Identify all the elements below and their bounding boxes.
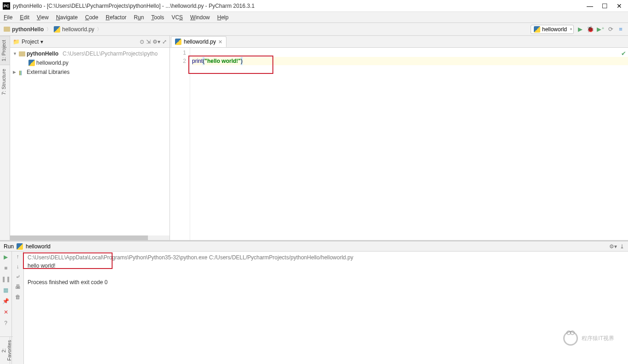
editor-tab-label: helloworld.py	[184, 39, 216, 45]
project-panel-title[interactable]: 📁 Project ▾	[13, 39, 43, 45]
menu-edit[interactable]: Edit	[20, 14, 29, 21]
navigation-bar: pythonHello 〉 helloworld.py 〉 helloworld…	[0, 23, 628, 36]
run-config-selector[interactable]: helloworld	[531, 25, 574, 34]
layout-icon[interactable]: ▦	[2, 286, 10, 294]
console-command: C:\Users\DELL\AppData\Local\Programs\Pyt…	[28, 253, 624, 262]
stop-button[interactable]: ⟳	[607, 26, 614, 33]
print-icon[interactable]: 🖶	[15, 284, 21, 290]
minimize-button[interactable]: —	[587, 2, 593, 10]
close-run-button[interactable]: ✕	[2, 308, 10, 316]
menu-bar: File Edit View Navigate Code Refactor Ru…	[0, 12, 628, 23]
soft-wrap-icon[interactable]: ⤶	[16, 274, 20, 280]
run-coverage-button[interactable]: ▶⁺	[597, 26, 604, 33]
horizontal-scrollbar[interactable]	[10, 235, 170, 240]
menu-vcs[interactable]: VCS	[171, 14, 183, 21]
folder-icon	[19, 51, 25, 56]
console-output[interactable]: C:\Users\DELL\AppData\Local\Programs\Pyt…	[24, 252, 628, 364]
editor-tab-bar: helloworld.py ✕	[170, 36, 628, 48]
project-tool-window: 📁 Project ▾ ⊙ ⇲ ⚙▾ ⤢ ▼ pythonHello C:\Us…	[10, 36, 170, 240]
stop-run-button[interactable]: ■	[2, 264, 10, 272]
sidebar-tab-project[interactable]: 1: Project	[0, 36, 10, 65]
console-stdout: hello world!	[28, 262, 624, 270]
gear-icon[interactable]: ⚙▾	[153, 39, 160, 45]
window-title: pythonHello - [C:\Users\DELL\PycharmProj…	[13, 3, 587, 9]
line-number: 1	[170, 49, 186, 57]
gear-icon[interactable]: ⚙▾	[609, 243, 617, 250]
run-panel-config: helloworld	[26, 243, 51, 250]
tree-external-libs[interactable]: External Libraries	[27, 69, 69, 75]
code-editor[interactable]: print("hello world!") ✔	[190, 48, 628, 240]
python-file-icon	[28, 60, 35, 66]
pause-button[interactable]: ❚❚	[2, 275, 10, 283]
python-file-icon	[534, 26, 540, 33]
maximize-button[interactable]: ☐	[601, 2, 608, 10]
sidebar-tab-structure[interactable]: 7: Structure	[0, 65, 10, 99]
title-bar: PC pythonHello - [C:\Users\DELL\PycharmP…	[0, 0, 628, 12]
rerun-button[interactable]: ▶	[2, 253, 10, 261]
tree-file[interactable]: helloworld.py	[36, 60, 68, 66]
pycharm-logo-icon: PC	[3, 2, 10, 10]
clear-icon[interactable]: 🗑	[15, 294, 21, 300]
hide-icon[interactable]: ⤢	[162, 39, 167, 45]
run-config-label: helloworld	[542, 26, 567, 33]
left-tool-strip: 1: Project 7: Structure	[0, 36, 10, 240]
chevron-right-icon: 〉	[97, 26, 102, 33]
menu-tools[interactable]: Tools	[151, 14, 164, 21]
menu-navigate[interactable]: Navigate	[56, 14, 78, 21]
toolbar-icon[interactable]: ≡	[617, 26, 624, 33]
debug-button[interactable]: 🐞	[587, 26, 594, 33]
console-exit: Process finished with exit code 0	[28, 278, 624, 286]
breadcrumb-project[interactable]: pythonHello	[12, 26, 44, 33]
line-number-gutter: 1 2	[170, 48, 190, 240]
chevron-right-icon: 〉	[46, 26, 51, 33]
pin-icon[interactable]: 📌	[2, 297, 10, 305]
breadcrumb-file[interactable]: helloworld.py	[62, 26, 94, 33]
menu-run[interactable]: Run	[134, 14, 144, 21]
python-file-icon	[175, 39, 181, 45]
editor-area: helloworld.py ✕ 1 2 print("hello world!"…	[170, 36, 628, 240]
menu-refactor[interactable]: Refactor	[106, 14, 126, 21]
python-file-icon	[54, 26, 60, 33]
close-button[interactable]: ✕	[616, 2, 622, 10]
expand-arrow-icon[interactable]: ▼	[13, 51, 17, 56]
menu-help[interactable]: Help	[217, 14, 229, 21]
watermark: 程序猿IT视界	[563, 331, 614, 346]
run-tool-window: Run helloworld ⚙▾ ⤓ ▶ ■ ❚❚ ▦ 📌 ✕ ? ↑ ↓ ⤶…	[0, 240, 628, 364]
run-toolbar-2: ↑ ↓ ⤶ 🖶 🗑	[12, 252, 24, 364]
help-icon[interactable]: ?	[2, 319, 10, 327]
folder-icon	[4, 27, 10, 32]
menu-code[interactable]: Code	[85, 14, 98, 21]
sidebar-tab-favorites[interactable]: 2: Favorites	[0, 336, 13, 364]
run-panel-label[interactable]: Run	[4, 243, 14, 250]
project-tree[interactable]: ▼ pythonHello C:\Users\DELL\PycharmProje…	[10, 48, 170, 240]
run-button[interactable]: ▶	[577, 26, 584, 33]
hide-icon[interactable]: ⤓	[620, 243, 624, 250]
up-arrow-icon[interactable]: ↑	[17, 253, 19, 260]
tree-project-path: C:\Users\DELL\PycharmProjects\pytho	[62, 50, 158, 57]
watermark-icon	[563, 331, 578, 346]
tree-project-root[interactable]: pythonHello	[27, 50, 58, 57]
watermark-text: 程序猿IT视界	[582, 335, 614, 342]
scroll-from-source-icon[interactable]: ⊙	[140, 39, 144, 45]
close-tab-icon[interactable]: ✕	[218, 39, 222, 45]
down-arrow-icon[interactable]: ↓	[17, 263, 19, 270]
collapse-all-icon[interactable]: ⇲	[146, 39, 151, 45]
expand-arrow-icon[interactable]: ▶	[13, 70, 17, 74]
python-file-icon	[17, 243, 23, 250]
inspection-ok-icon[interactable]: ✔	[621, 50, 626, 58]
menu-window[interactable]: Window	[190, 14, 210, 21]
editor-tab[interactable]: helloworld.py ✕	[171, 36, 226, 47]
line-number: 2	[170, 57, 186, 65]
libraries-icon	[19, 69, 25, 75]
menu-file[interactable]: File	[4, 14, 12, 21]
menu-view[interactable]: View	[37, 14, 49, 21]
